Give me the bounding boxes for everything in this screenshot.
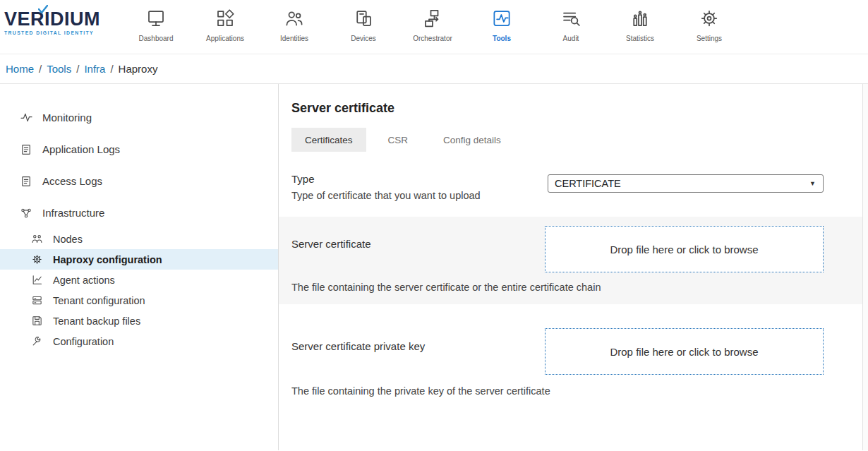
breadcrumb-separator: / — [76, 63, 79, 75]
scrollbar[interactable] — [862, 84, 868, 450]
sidebar-item-label: Nodes — [53, 234, 83, 245]
sidebar-item-label: Application Logs — [42, 143, 120, 155]
haproxy-gear-icon — [30, 253, 44, 267]
nav-item-devices[interactable]: Devices — [329, 6, 398, 42]
private-key-dropzone[interactable]: Drop file here or click to browse — [545, 328, 824, 375]
nodes-icon — [30, 232, 44, 246]
private-key-help: The file containing the private key of t… — [291, 385, 824, 397]
dropzone-text: Drop file here or click to browse — [610, 346, 758, 358]
nav-item-identities[interactable]: Identities — [260, 6, 329, 42]
nav-item-dashboard[interactable]: Dashboard — [121, 6, 191, 42]
chevron-down-icon: ▼ — [809, 180, 816, 187]
nav-item-audit[interactable]: Audit — [536, 6, 605, 42]
breadcrumb: Home / Tools / Infra / Haproxy — [0, 54, 868, 84]
server-certificate-row: Server certificate Drop file here or cli… — [291, 226, 824, 272]
veridium-logo: VERIDIUM TRUSTED DIGITAL IDENTITY — [0, 0, 113, 35]
nav-item-settings[interactable]: Settings — [675, 6, 744, 42]
top-bar: VERIDIUM TRUSTED DIGITAL IDENTITY Dashbo… — [0, 0, 868, 54]
breadcrumb-tools[interactable]: Tools — [47, 63, 71, 75]
dashboard-icon — [145, 6, 167, 31]
sidebar-item-label: Monitoring — [42, 112, 92, 124]
identities-icon — [284, 6, 305, 31]
breadcrumb-separator: / — [110, 63, 113, 75]
private-key-label: Server certificate private key — [291, 328, 425, 375]
sidebar-item-access-logs[interactable]: Access Logs — [0, 165, 278, 197]
page-title: Server certificate — [291, 101, 824, 116]
sidebar-item-haproxy-configuration[interactable]: Haproxy configuration — [0, 249, 278, 270]
agent-actions-chart-icon — [30, 273, 44, 287]
nav-label: Devices — [351, 35, 376, 42]
breadcrumb-home[interactable]: Home — [6, 63, 34, 75]
brand-check-icon — [38, 5, 48, 13]
sidebar-item-monitoring[interactable]: Monitoring — [0, 102, 278, 133]
nav-item-tools[interactable]: Tools — [467, 6, 536, 42]
sidebar-item-label: Tenant backup files — [53, 315, 140, 327]
sidebar-item-nodes[interactable]: Nodes — [0, 229, 278, 249]
sidebar-item-label: Configuration — [53, 336, 114, 347]
orchestrator-icon — [422, 6, 443, 31]
nav-label: Orchestrator — [413, 35, 452, 42]
certificate-type-select[interactable]: CERTIFICATE ▼ — [548, 174, 824, 193]
nav-label: Dashboard — [139, 35, 174, 42]
private-key-row: Server certificate private key Drop file… — [291, 328, 824, 375]
sidebar-item-application-logs[interactable]: Application Logs — [0, 133, 278, 165]
type-field-help: Type of certificate that you want to upl… — [291, 190, 481, 201]
sidebar-item-tenant-configuration[interactable]: Tenant configuration — [0, 290, 278, 311]
breadcrumb-infra[interactable]: Infra — [84, 63, 105, 75]
nav-label: Settings — [697, 35, 722, 42]
applications-icon — [215, 6, 236, 31]
breadcrumb-separator: / — [39, 63, 42, 75]
server-certificate-dropzone[interactable]: Drop file here or click to browse — [545, 226, 824, 272]
tab-certificates[interactable]: Certificates — [291, 128, 366, 152]
nav-label: Tools — [493, 35, 511, 42]
type-field-text: Type Type of certificate that you want t… — [291, 173, 481, 201]
audit-icon — [560, 6, 581, 31]
devices-icon — [353, 6, 374, 31]
statistics-icon — [629, 6, 651, 31]
top-navigation: Dashboard Applications Identities Device… — [121, 0, 744, 42]
monitoring-pulse-icon — [19, 111, 33, 125]
sidebar-item-label: Haproxy configuration — [53, 254, 162, 265]
tab-config-details[interactable]: Config details — [430, 128, 514, 152]
application-logs-icon — [19, 143, 33, 157]
type-field-label: Type — [291, 173, 481, 185]
main-content: Server certificate Certificates CSR Conf… — [279, 84, 868, 450]
tab-bar: Certificates CSR Config details — [291, 128, 824, 152]
sidebar-item-label: Access Logs — [42, 175, 102, 187]
brand-tagline: TRUSTED DIGITAL IDENTITY — [4, 30, 113, 35]
sidebar-item-label: Agent actions — [53, 275, 115, 286]
page-body: Monitoring Application Logs Access Logs … — [0, 84, 868, 450]
dropzone-text: Drop file here or click to browse — [610, 243, 758, 255]
sidebar-item-infrastructure[interactable]: Infrastructure — [0, 197, 278, 229]
nav-item-statistics[interactable]: Statistics — [605, 6, 675, 42]
server-certificate-section: Server certificate Drop file here or cli… — [279, 217, 868, 304]
sidebar-item-label: Tenant configuration — [53, 295, 145, 306]
private-key-section: Server certificate private key Drop file… — [279, 320, 868, 408]
sidebar-item-label: Infrastructure — [42, 207, 104, 219]
nav-label: Applications — [206, 35, 244, 42]
nav-label: Statistics — [626, 35, 654, 42]
sidebar: Monitoring Application Logs Access Logs … — [0, 84, 279, 450]
tenant-backup-save-icon — [30, 314, 44, 328]
brand-name-text: VERIDIUM — [4, 8, 100, 30]
server-certificate-help: The file containing the server certifica… — [291, 282, 824, 293]
nav-item-orchestrator[interactable]: Orchestrator — [398, 6, 467, 42]
sidebar-item-configuration[interactable]: Configuration — [0, 331, 278, 351]
tab-csr[interactable]: CSR — [375, 128, 422, 152]
brand-name: VERIDIUM — [4, 10, 113, 29]
select-value: CERTIFICATE — [555, 178, 621, 189]
nav-label: Audit — [563, 35, 579, 42]
server-certificate-label: Server certificate — [291, 226, 371, 272]
infrastructure-icon — [19, 206, 33, 220]
nav-label: Identities — [280, 35, 308, 42]
sidebar-item-tenant-backup-files[interactable]: Tenant backup files — [0, 311, 278, 331]
nav-item-applications[interactable]: Applications — [191, 6, 260, 42]
tools-icon — [491, 6, 512, 31]
settings-icon — [699, 6, 720, 31]
sidebar-item-agent-actions[interactable]: Agent actions — [0, 270, 278, 290]
breadcrumb-current-haproxy: Haproxy — [119, 63, 158, 75]
type-field-row: Type Type of certificate that you want t… — [291, 173, 824, 201]
tenant-config-server-icon — [30, 294, 44, 308]
access-logs-icon — [19, 174, 33, 188]
configuration-wrench-icon — [30, 335, 44, 349]
